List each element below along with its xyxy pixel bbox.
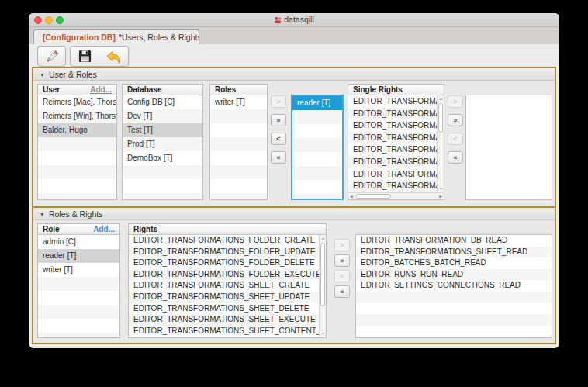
single-rights-assigned-panel bbox=[465, 95, 552, 200]
list-item[interactable]: EDITOR_TRANSFORMATION bbox=[348, 180, 437, 192]
list-item[interactable]: Balder, Hugo bbox=[38, 123, 116, 137]
single-rights-column-header: Single Rights bbox=[348, 85, 444, 95]
database-header-label: Database bbox=[127, 85, 161, 95]
vertical-scrollbar[interactable]: ▲ ▼ bbox=[437, 95, 444, 192]
roles-move-buttons: > » < « bbox=[271, 95, 286, 164]
move-left-button[interactable]: < bbox=[448, 133, 463, 145]
move-all-right-button[interactable]: » bbox=[334, 254, 350, 267]
app-icon bbox=[274, 16, 282, 24]
list-item[interactable]: EDITOR_TRANSFORMATIONS_SHEET_CONTENT_EDI… bbox=[129, 326, 319, 337]
scrollbar-thumb[interactable] bbox=[320, 243, 325, 306]
list-item[interactable]: reader [T] bbox=[38, 249, 119, 263]
list-item[interactable]: EDITOR_TRANSFORMATIONS_FOLDER_DELETE bbox=[129, 257, 319, 269]
rights-header-label: Rights bbox=[133, 224, 157, 234]
user-header-label: User bbox=[43, 85, 60, 95]
move-all-right-button[interactable]: » bbox=[448, 114, 463, 126]
move-all-left-button[interactable]: « bbox=[448, 151, 463, 164]
scrollbar-thumb[interactable] bbox=[438, 103, 443, 133]
scroll-down-icon[interactable]: ▼ bbox=[321, 332, 325, 336]
list-item[interactable]: EDITOR_TRANSFORMATIONS_FOLDER_UPDATE bbox=[129, 247, 319, 258]
list-item[interactable]: EDITOR_TRANSFORMATIONS_SHEET_CREATE bbox=[129, 280, 319, 292]
list-item[interactable]: EDITOR_RUNS_RUN_READ bbox=[356, 269, 552, 281]
section-title: User & Roles bbox=[49, 70, 97, 79]
scroll-up-icon[interactable]: ▲ bbox=[321, 237, 325, 240]
list-item[interactable]: EDITOR_TRANSFORMATION bbox=[348, 119, 437, 132]
list-item[interactable]: writer [T] bbox=[38, 263, 119, 277]
window-title: datasqill bbox=[284, 15, 314, 24]
scroll-up-icon[interactable]: ▲ bbox=[439, 97, 443, 101]
list-item[interactable]: Config DB [C] bbox=[123, 95, 202, 109]
rights-panel: Rights EDITOR_TRANSFORMATIONS_FOLDER_CRE… bbox=[128, 223, 327, 338]
list-item[interactable]: Reimers [Win], Thorsten bbox=[38, 109, 116, 123]
rights-assigned-panel: EDITOR_TRANSFORMATION_DB_READEDITOR_TRAN… bbox=[355, 234, 552, 338]
rights-move-buttons: > » < « bbox=[334, 239, 350, 298]
list-item[interactable]: reader [T] bbox=[292, 96, 342, 110]
list-item[interactable]: EDITOR_TRANSFORMATIONS_FOLDER_EXECUTE bbox=[129, 269, 319, 281]
add-user-link[interactable]: Add... bbox=[90, 85, 112, 95]
list-item[interactable]: EDITOR_TRANSFORMATION bbox=[348, 108, 437, 120]
add-role-link[interactable]: Add... bbox=[93, 224, 115, 234]
list-item[interactable]: EDITOR_TRANSFORMATIONS_SHEET_EXECUTE bbox=[129, 314, 319, 326]
list-item[interactable]: EDITOR_TRANSFORMATION bbox=[348, 168, 437, 181]
list-item[interactable]: DemoBox [T] bbox=[123, 151, 202, 165]
edit-button[interactable] bbox=[37, 46, 66, 67]
window-title-area: datasqill bbox=[29, 15, 559, 24]
roles-assigned-panel: reader [T] bbox=[291, 95, 344, 200]
list-item[interactable]: Dev [T] bbox=[123, 109, 202, 123]
undo-button[interactable] bbox=[99, 46, 129, 67]
single-rights-header-label: Single Rights bbox=[353, 85, 403, 95]
section-header-user-roles[interactable]: ▼User & Roles bbox=[33, 68, 555, 81]
move-all-left-button[interactable]: « bbox=[334, 285, 350, 298]
move-right-button[interactable]: > bbox=[334, 239, 350, 251]
move-right-button[interactable]: > bbox=[271, 95, 286, 108]
user-list: Reimers [Mac], ThorstenReimers [Win], Th… bbox=[38, 95, 116, 199]
section-header-roles-rights[interactable]: ▼Roles & Rights bbox=[33, 208, 555, 220]
list-item[interactable]: EDITOR_TRANSFORMATIONS_FOLDER_CREATE bbox=[129, 235, 319, 247]
save-button[interactable] bbox=[70, 46, 99, 67]
scroll-down-icon[interactable]: ▼ bbox=[439, 187, 443, 191]
scroll-right-icon[interactable]: ▶ bbox=[439, 195, 442, 199]
scrollbar-thumb[interactable] bbox=[355, 194, 391, 199]
list-item[interactable]: EDITOR_TRANSFORMATION_DB_READ bbox=[356, 235, 552, 247]
list-item[interactable]: Test [T] bbox=[123, 123, 202, 137]
database-list: Config DB [C]Dev [T]Test [T]Prod [T]Demo… bbox=[123, 95, 202, 199]
list-item[interactable]: writer [T] bbox=[210, 95, 267, 109]
tab-users-roles-rights[interactable]: [Configuration DB] *Users, Roles & Right… bbox=[33, 29, 199, 44]
list-item[interactable]: EDITOR_TRANSFORMATION bbox=[348, 132, 437, 144]
list-item[interactable]: EDITOR_TRANSFORMATION bbox=[348, 156, 437, 168]
move-all-right-button[interactable]: » bbox=[271, 114, 286, 126]
list-item[interactable]: EDITOR_TRANSFORMATIONS_SHEET_UPDATE bbox=[129, 292, 319, 303]
list-item[interactable]: admin [C] bbox=[38, 235, 119, 249]
move-left-button[interactable]: < bbox=[271, 133, 286, 145]
roles-column-header: Roles bbox=[210, 85, 267, 95]
list-item[interactable]: EDITOR_SETTINGS_CONNECTIONS_READ bbox=[356, 280, 552, 292]
move-all-left-button[interactable]: « bbox=[271, 151, 286, 164]
role-list: admin [C]reader [T]writer [T] bbox=[38, 235, 119, 337]
pencil-icon bbox=[44, 49, 60, 64]
app-window: datasqill [Configuration DB] *Users, Rol… bbox=[29, 13, 559, 348]
undo-arrow-icon bbox=[105, 49, 122, 64]
list-item[interactable]: EDITOR_TRANSFORMATIONS_SHEET_READ bbox=[356, 247, 552, 258]
role-panel: Role Add... admin [C]reader [T]writer [T… bbox=[37, 223, 120, 338]
horizontal-scrollbar[interactable]: ◀ ▶ bbox=[348, 192, 444, 199]
tab-title: *Users, Roles & Rights bbox=[119, 33, 199, 42]
single-rights-move-buttons: > » < « bbox=[448, 95, 463, 164]
save-floppy-icon bbox=[78, 49, 92, 64]
scroll-left-icon[interactable]: ◀ bbox=[350, 195, 353, 199]
title-bar[interactable]: datasqill bbox=[29, 13, 559, 27]
list-item[interactable]: EDITOR_TRANSFORMATION bbox=[348, 143, 437, 156]
content-frame: ▼User & Roles User Add... Reimers [Mac],… bbox=[32, 67, 556, 344]
role-column-header: Role Add... bbox=[38, 224, 119, 235]
move-right-button[interactable]: > bbox=[448, 95, 463, 108]
list-item[interactable]: Reimers [Mac], Thorsten bbox=[38, 95, 116, 109]
user-panel: User Add... Reimers [Mac], ThorstenReime… bbox=[37, 84, 117, 200]
single-rights-panel: Single Rights EDITOR_TRANSFORMATIONEDITO… bbox=[348, 84, 444, 200]
move-left-button[interactable]: < bbox=[334, 270, 350, 282]
list-item[interactable]: EDITOR_TRANSFORMATION bbox=[348, 95, 437, 108]
list-item[interactable]: Prod [T] bbox=[123, 137, 202, 151]
single-rights-assigned-list bbox=[466, 95, 552, 199]
list-item[interactable]: EDITOR_BATCHES_BATCH_READ bbox=[356, 257, 552, 269]
list-item[interactable]: EDITOR_TRANSFORMATIONS_SHEET_DELETE bbox=[129, 303, 319, 315]
roles-assigned-list: reader [T] bbox=[292, 96, 342, 199]
vertical-scrollbar[interactable]: ▲ ▼ bbox=[319, 235, 326, 337]
